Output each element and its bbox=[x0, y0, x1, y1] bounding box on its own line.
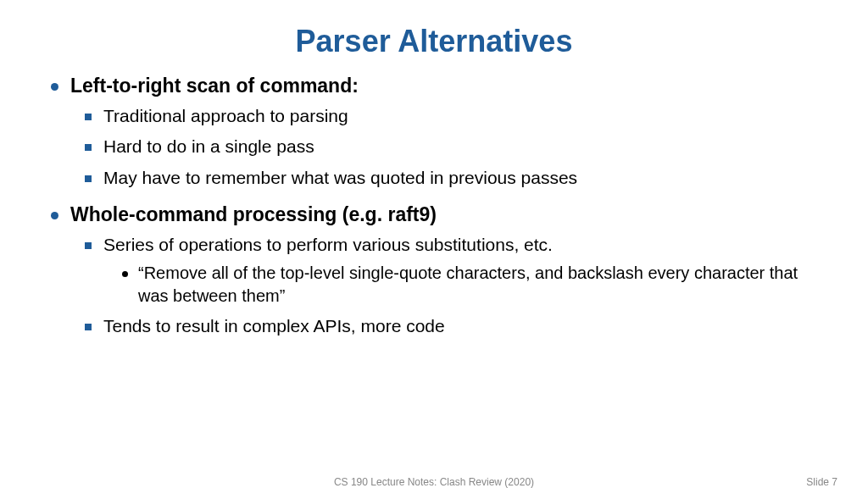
section-heading: Left-to-right scan of command: bbox=[70, 75, 359, 97]
item-text: Tends to result in complex APIs, more co… bbox=[103, 314, 445, 338]
item-text: Series of operations to perform various … bbox=[103, 233, 553, 257]
bullet-square-icon bbox=[85, 175, 92, 182]
slide-content: Left-to-right scan of command: Tradition… bbox=[0, 75, 868, 339]
bullet-dot-icon bbox=[122, 271, 128, 277]
sub-list-item: “Remove all of the top-level single-quot… bbox=[122, 262, 817, 308]
list-item: May have to remember what was quoted in … bbox=[85, 166, 817, 190]
slide-title: Parser Alternatives bbox=[0, 0, 868, 75]
footer-center-text: CS 190 Lecture Notes: Clash Review (2020… bbox=[334, 476, 534, 488]
bullet-square-icon bbox=[85, 144, 92, 151]
list-item: Hard to do in a single pass bbox=[85, 135, 817, 158]
footer-slide-number: Slide 7 bbox=[806, 476, 837, 488]
section-0: Left-to-right scan of command: Tradition… bbox=[51, 75, 817, 190]
subitem-text: “Remove all of the top-level single-quot… bbox=[138, 262, 817, 308]
list-item: Traditional approach to parsing bbox=[85, 104, 817, 128]
bullet-square-icon bbox=[85, 114, 92, 120]
item-text: May have to remember what was quoted in … bbox=[103, 166, 577, 190]
item-text: Hard to do in a single pass bbox=[103, 135, 314, 158]
section-1: Whole-command processing (e.g. raft9) Se… bbox=[51, 203, 817, 339]
bullet-square-icon bbox=[85, 242, 92, 249]
bullet-disc-icon bbox=[51, 83, 58, 91]
item-text: Traditional approach to parsing bbox=[103, 104, 348, 128]
bullet-square-icon bbox=[85, 324, 92, 330]
section-heading: Whole-command processing (e.g. raft9) bbox=[70, 203, 437, 226]
list-item: Series of operations to perform various … bbox=[85, 233, 817, 308]
list-item: Tends to result in complex APIs, more co… bbox=[85, 314, 817, 338]
bullet-disc-icon bbox=[51, 212, 58, 219]
